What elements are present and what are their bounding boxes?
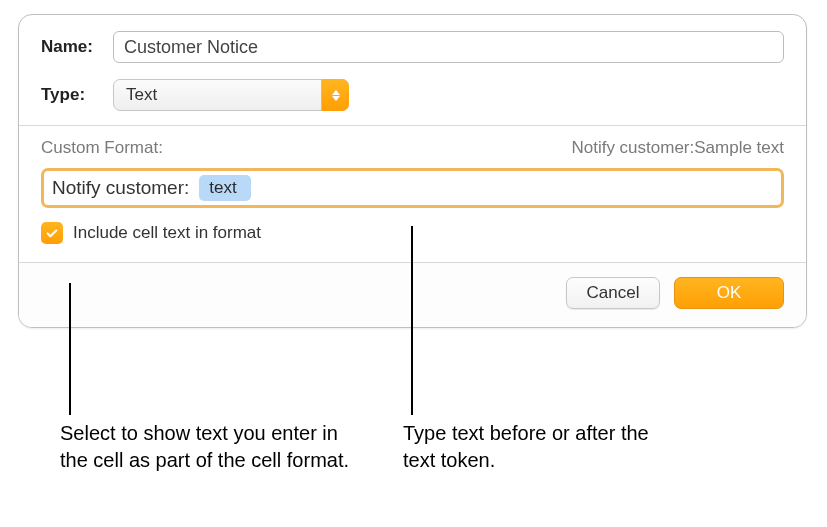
text-token[interactable]: text [199, 175, 250, 201]
callout-leader-left [69, 283, 71, 415]
chevron-down-icon [332, 96, 340, 101]
custom-format-preview: Notify customer:Sample text [571, 138, 784, 158]
chevron-up-icon [332, 90, 340, 95]
include-cell-text-label: Include cell text in format [73, 223, 261, 243]
ok-button[interactable]: OK [674, 277, 784, 309]
custom-format-heading: Custom Format: [41, 138, 163, 158]
custom-format-field[interactable]: Notify customer: text [41, 168, 784, 208]
type-select-value: Text [126, 85, 157, 105]
cancel-button[interactable]: Cancel [566, 277, 660, 309]
callout-right: Type text before or after the text token… [403, 420, 663, 474]
include-cell-text-checkbox[interactable] [41, 222, 63, 244]
text-token-label: text [209, 178, 236, 198]
dialog-top-section: Name: Type: Text [19, 15, 806, 126]
name-input[interactable] [113, 31, 784, 63]
type-select-stepper[interactable] [321, 79, 349, 111]
checkmark-icon [45, 226, 59, 240]
callout-leader-right [411, 226, 413, 415]
callout-left: Select to show text you enter in the cel… [60, 420, 360, 474]
name-label: Name: [41, 37, 113, 57]
format-prefix-text: Notify customer: [52, 177, 189, 199]
type-select[interactable]: Text [113, 79, 349, 111]
type-label: Type: [41, 85, 113, 105]
